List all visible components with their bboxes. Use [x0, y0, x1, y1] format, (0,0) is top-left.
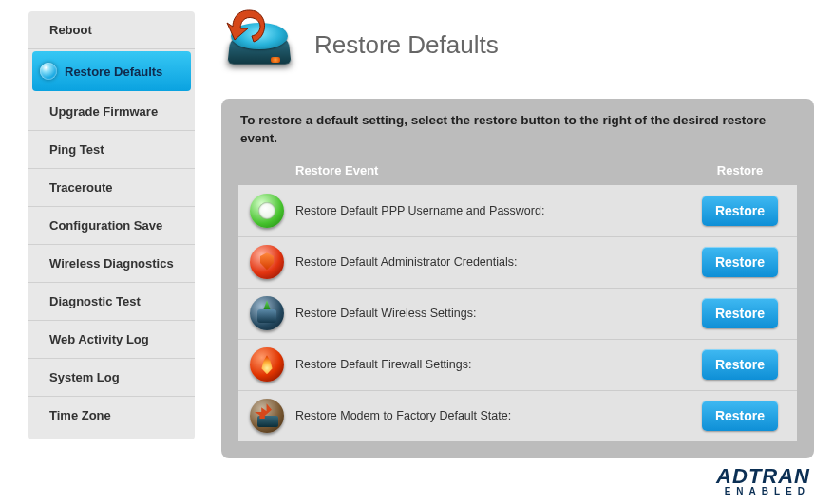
sidebar-item-label: Wireless Diagnostics	[49, 256, 174, 271]
table-row: Restore Modem to Factory Default State:R…	[238, 390, 797, 441]
sidebar-item-web-activity-log[interactable]: Web Activity Log	[28, 321, 195, 359]
router-icon	[250, 296, 284, 330]
page-title: Restore Defaults	[314, 30, 499, 60]
sidebar-item-wireless-diagnostics[interactable]: Wireless Diagnostics	[28, 245, 195, 283]
active-indicator-icon	[40, 63, 57, 80]
sidebar-item-time-zone[interactable]: Time Zone	[28, 397, 195, 434]
table-row: Restore Default Administrator Credential…	[238, 236, 797, 288]
footer: ADTRAN ENABLED	[0, 458, 833, 504]
col-header-event: Restore Event	[295, 163, 683, 177]
sidebar-item-label: Web Activity Log	[49, 332, 149, 346]
undo-arrow-icon	[223, 6, 271, 47]
factory-icon	[250, 399, 284, 433]
restore-event-label: Restore Default Administrator Credential…	[295, 255, 683, 269]
restore-event-label: Restore Default PPP Username and Passwor…	[295, 204, 683, 217]
sidebar-item-diagnostic-test[interactable]: Diagnostic Test	[28, 283, 195, 321]
panel-intro: To restore a default setting, select the…	[238, 112, 797, 148]
sidebar-item-label: System Log	[49, 370, 120, 384]
sidebar-item-ping-test[interactable]: Ping Test	[28, 131, 195, 169]
restore-button[interactable]: Restore	[702, 247, 778, 277]
sidebar-item-configuration-save[interactable]: Configuration Save	[28, 207, 195, 245]
main-content: Restore Defaults To restore a default se…	[195, 11, 814, 458]
table-row: Restore Default PPP Username and Passwor…	[238, 185, 797, 236]
restore-defaults-icon	[221, 11, 297, 78]
sidebar-item-restore-defaults[interactable]: Restore Defaults	[32, 51, 191, 91]
table-header: Restore Event Restore	[238, 159, 797, 185]
fire-icon	[250, 347, 284, 382]
table-row: Restore Default Wireless Settings:Restor…	[238, 288, 797, 339]
restore-button[interactable]: Restore	[702, 401, 778, 431]
shield-icon	[250, 245, 284, 279]
sidebar-item-traceroute[interactable]: Traceroute	[28, 169, 195, 207]
sidebar-item-label: Upgrade Firmware	[49, 104, 158, 119]
sidebar-item-label: Reboot	[49, 23, 92, 37]
restore-panel: To restore a default setting, select the…	[221, 99, 814, 458]
restore-event-label: Restore Default Wireless Settings:	[295, 307, 683, 320]
restore-event-label: Restore Default Firewall Settings:	[295, 358, 683, 371]
sidebar-item-label: Ping Test	[49, 142, 104, 157]
sidebar-item-label: Time Zone	[49, 408, 111, 422]
restore-event-label: Restore Modem to Factory Default State:	[295, 409, 683, 422]
sidebar-item-upgrade-firmware[interactable]: Upgrade Firmware	[28, 93, 195, 131]
sidebar-item-label: Configuration Save	[49, 218, 162, 233]
sidebar-item-reboot[interactable]: Reboot	[28, 11, 195, 49]
page-header: Restore Defaults	[221, 11, 814, 78]
sidebar-item-label: Traceroute	[49, 180, 112, 195]
sidebar-item-label: Restore Defaults	[65, 65, 162, 79]
brand-name: ADTRAN	[716, 466, 810, 487]
brand-tag: ENABLED	[716, 487, 810, 496]
sidebar-item-label: Diagnostic Test	[49, 294, 141, 308]
restore-button[interactable]: Restore	[702, 196, 778, 226]
restore-button[interactable]: Restore	[702, 349, 778, 380]
restore-button[interactable]: Restore	[702, 298, 778, 328]
brand-logo: ADTRAN ENABLED	[716, 466, 810, 496]
table-row: Restore Default Firewall Settings:Restor…	[238, 339, 797, 390]
sidebar-item-system-log[interactable]: System Log	[28, 359, 195, 397]
clock-icon	[250, 194, 284, 228]
col-header-action: Restore	[683, 163, 797, 177]
sidebar: RebootRestore DefaultsUpgrade FirmwarePi…	[28, 11, 195, 439]
restore-table: Restore Event Restore Restore Default PP…	[238, 159, 797, 441]
